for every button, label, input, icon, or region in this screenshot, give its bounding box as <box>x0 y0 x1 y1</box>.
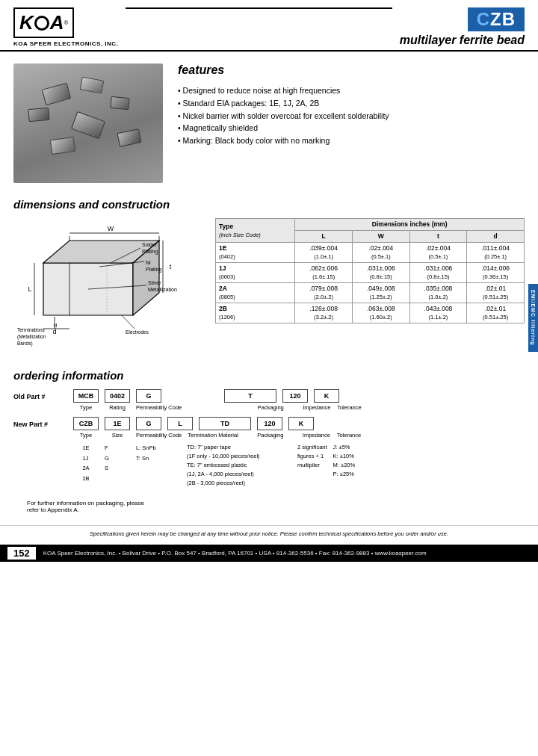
new-box-tol-val: K <box>288 417 314 430</box>
size-options: 1E 1J 2A 2B <box>73 443 99 488</box>
ordering-title: ordering information <box>13 369 525 382</box>
old-label-pkg: Packaging <box>244 404 297 411</box>
new-label-pkg: Packaging <box>244 432 297 439</box>
cell-t-2A: .035±.008(1.0±.2) <box>409 283 467 303</box>
term-T: T: Sn <box>136 453 181 464</box>
term-options: L: SnPb T: Sn <box>136 443 181 488</box>
table-row: 1E(0402) .039±.004(1.0±.1) .02±.004(0.5±… <box>216 243 525 263</box>
spacer-perm: F G S <box>105 443 130 488</box>
old-box-imp: 120 <box>282 389 308 403</box>
size-2A: 2A <box>82 463 89 474</box>
dimensions-diagram: W L t d Solder Plating Ni Plating <box>13 218 200 354</box>
cell-type-2B: 2B(1206) <box>216 303 295 323</box>
perm-F: F <box>105 443 130 453</box>
size-list: 1E 1J 2A 2B <box>82 443 89 483</box>
cell-W-2B: .063±.008(1.60±.2) <box>352 303 409 323</box>
old-box-perm-val: G <box>136 389 161 403</box>
dimensions-content: W L t d Solder Plating Ni Plating <box>13 218 525 354</box>
new-part-labels-row: Type Size Permeability Code Termination … <box>73 432 362 439</box>
pkg-TD: TD: 7" paper tape <box>187 443 291 452</box>
ordering-section: ordering information Old Part # MCB 0402… <box>0 362 538 525</box>
cell-L-2B: .126±.008(3.2±.2) <box>295 303 353 323</box>
size-1E: 1E <box>82 443 89 453</box>
size-1J: 1J <box>82 453 89 464</box>
new-box-type: CZB <box>73 417 99 430</box>
tol-P: P: ±25% <box>333 470 356 479</box>
old-box-rating: 0402 <box>105 389 130 403</box>
new-box-type-val: CZB <box>73 417 99 430</box>
svg-text:d: d <box>54 322 57 329</box>
header: K A ® KOA SPEER ELECTRONICS, INC. CZB mu… <box>0 0 538 52</box>
old-label-rating: Rating <box>105 404 130 411</box>
pkg-TE: TE: 7" embossed plastic <box>187 461 291 470</box>
new-label-type: Type <box>73 432 99 439</box>
chip-1 <box>42 83 72 105</box>
logo-area: K A ® KOA SPEER ELECTRONICS, INC. <box>13 7 118 47</box>
svg-text:L: L <box>28 285 31 293</box>
svg-text:Plating: Plating <box>142 249 158 255</box>
cell-type-1E: 1E(0402) <box>216 243 295 263</box>
logo-o-icon <box>34 16 49 31</box>
new-box-tol: K <box>288 417 314 430</box>
chip-4 <box>71 111 105 139</box>
cell-W-2A: .049±.008(1.25±.2) <box>352 283 409 303</box>
logo-reg-icon: ® <box>64 19 69 26</box>
old-part-labels-row: Type Rating Permeability Code Packaging … <box>73 404 362 411</box>
cell-L-1J: .062±.006(1.6±.15) <box>295 263 353 283</box>
pkg-TE-detail1: (1J, 2A - 4,000 pieces/reel) <box>187 470 291 479</box>
czb-zb: ZB <box>490 9 516 29</box>
perm-S: S <box>105 463 130 474</box>
feature-item-4: Magnetically shielded <box>178 122 525 134</box>
czb-c: C <box>477 9 490 29</box>
old-box-pkg: T <box>224 389 276 403</box>
svg-text:Bands): Bands) <box>17 341 33 347</box>
logo-k-icon: K <box>19 11 34 34</box>
imp-detail2: figures + 1 <box>297 452 327 461</box>
new-part-label: New Part # <box>13 417 73 428</box>
svg-text:d: d <box>52 328 56 335</box>
dimensions-table: Type(Inch Size Code) Dimensions inches (… <box>215 218 525 323</box>
spec-note: Specifications given herein may be chang… <box>0 525 538 542</box>
cell-d-2A: .02±.01(0.51±.25) <box>467 283 525 303</box>
old-box-type-val: MCB <box>73 389 99 403</box>
new-box-pkg-val: TD <box>199 417 251 430</box>
svg-text:Metallization: Metallization <box>148 287 177 292</box>
cell-t-2B: .043±.008(1.1±.2) <box>409 303 467 323</box>
tol-J: J: ±5% <box>333 443 356 452</box>
header-right: CZB multilayer ferrite bead <box>400 7 525 47</box>
product-code-badge: CZB <box>468 7 525 31</box>
old-label-imp: Impedance <box>303 404 330 411</box>
pkg-options: TD: 7" paper tape (1F only - 10,000 piec… <box>187 443 291 488</box>
cell-type-1J: 1J(0603) <box>216 263 295 283</box>
cell-t-1J: .031±.006(0.8±.15) <box>409 263 467 283</box>
page-number: 152 <box>7 547 36 560</box>
logo-box: K A ® <box>13 7 74 38</box>
cell-d-2B: .02±.01(0.51±.25) <box>467 303 525 323</box>
pkg-TE-detail2: (2B - 3,000 pieces/reel) <box>187 479 291 488</box>
perm-G: G <box>105 453 130 464</box>
features-section: features Designed to reduce noise at hig… <box>0 52 538 190</box>
old-box-rating-val: 0402 <box>105 389 130 403</box>
cell-d-1E: .011±.004(0.25±.1) <box>467 243 525 263</box>
chip-6 <box>110 96 129 110</box>
svg-text:Ni: Ni <box>146 260 151 265</box>
old-box-tol-val: K <box>314 389 339 403</box>
tol-M: M: ±20% <box>333 461 356 470</box>
dimensions-section: dimensions and construction W <box>0 190 538 362</box>
company-name: KOA SPEER ELECTRONICS, INC. <box>13 40 118 47</box>
table-row: 1J(0603) .062±.006(1.6±.15) .031±.006(0.… <box>216 263 525 283</box>
cell-L-2A: .079±.008(2.0±.2) <box>295 283 353 303</box>
new-part-boxes-container: CZB 1E G L TD 1 <box>73 417 362 439</box>
new-box-perm-val: G <box>136 417 161 430</box>
old-box-imp-val: 120 <box>282 389 308 403</box>
old-label-type: Type <box>73 404 99 411</box>
new-box-pkg: TD <box>199 417 251 430</box>
new-label-imp: Impedance <box>303 432 330 439</box>
col-t: t <box>409 231 467 243</box>
old-label-perm: Permeability Code <box>136 404 182 411</box>
feature-item-5: Marking: Black body color with no markin… <box>178 134 525 147</box>
chip-2 <box>80 77 105 94</box>
footer-company-info: KOA Speer Electronics, Inc. • Bolivar Dr… <box>43 550 427 557</box>
old-box-pkg-val: T <box>224 389 276 403</box>
new-box-size-val: 1E <box>105 417 130 430</box>
